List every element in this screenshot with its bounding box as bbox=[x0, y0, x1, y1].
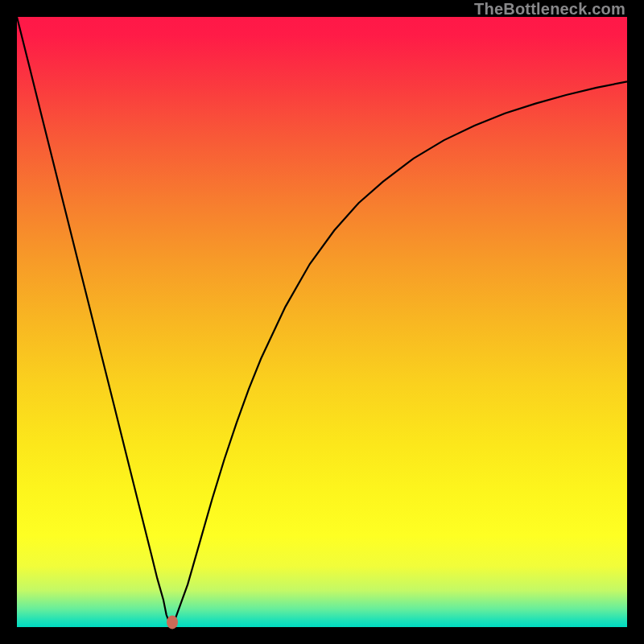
watermark-text: TheBottleneck.com bbox=[474, 0, 625, 19]
optimal-point-marker bbox=[167, 615, 178, 629]
chart-frame: TheBottleneck.com bbox=[0, 0, 644, 644]
curve-path bbox=[17, 17, 627, 624]
bottleneck-curve bbox=[17, 17, 627, 627]
